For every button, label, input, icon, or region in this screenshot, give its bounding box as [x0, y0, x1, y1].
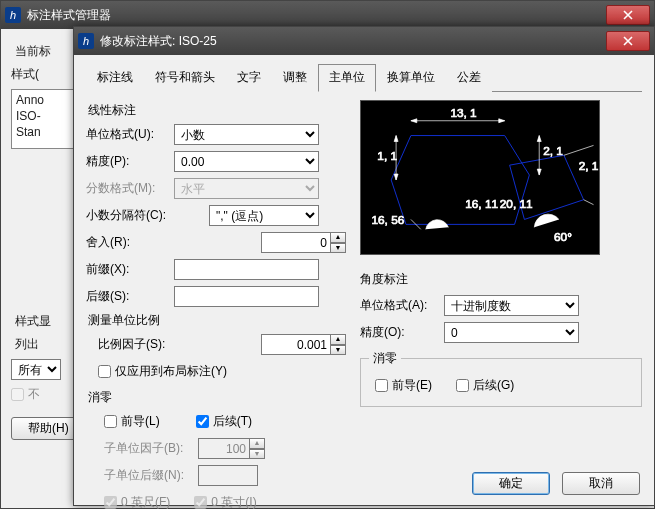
scale-factor-input[interactable] [261, 334, 331, 355]
close-button-back[interactable] [606, 5, 650, 25]
cancel-button[interactable]: 取消 [562, 472, 640, 495]
round-label: 舍入(R): [86, 234, 174, 251]
prefix-label: 前缀(X): [86, 261, 174, 278]
unit-format-label: 单位格式(U): [86, 126, 174, 143]
subunit-factor-label: 子单位因子(B): [86, 440, 198, 457]
svg-marker-4 [499, 119, 505, 123]
svg-text:20, 11: 20, 11 [500, 197, 533, 211]
spin-down-icon[interactable]: ▼ [331, 243, 346, 254]
spin-up-icon[interactable]: ▲ [331, 232, 346, 243]
scale-factor-label: 比例因子(S): [86, 336, 186, 353]
scale-group-label: 测量单位比例 [88, 312, 346, 329]
scale-factor-spin[interactable]: ▲▼ [261, 334, 346, 355]
titlebar-front: h 修改标注样式: ISO-25 [74, 27, 654, 55]
modify-dim-style-window: h 修改标注样式: ISO-25 标注线 符号和箭头 文字 调整 主单位 换算单… [73, 26, 655, 506]
angle-zero-label: 消零 [369, 350, 401, 367]
decimal-sep-label: 小数分隔符(C): [86, 207, 174, 224]
precision-select[interactable]: 0.00 [174, 151, 319, 172]
tab-dimlines[interactable]: 标注线 [86, 64, 144, 92]
fraction-format-label: 分数格式(M): [86, 180, 174, 197]
spin-down-icon: ▼ [250, 449, 265, 460]
svg-line-19 [584, 200, 594, 205]
subunit-suffix-label: 子单位后缀(N): [86, 467, 198, 484]
close-button-front[interactable] [606, 31, 650, 51]
unit-format-select[interactable]: 小数 [174, 124, 319, 145]
fraction-format-select: 水平 [174, 178, 319, 199]
app-icon: h [5, 7, 21, 23]
listout-select[interactable]: 所有 [11, 359, 61, 380]
svg-text:60°: 60° [554, 230, 572, 244]
angle-format-select[interactable]: 十进制度数 [444, 295, 579, 316]
svg-line-18 [564, 145, 594, 155]
svg-marker-11 [537, 136, 541, 142]
layout-only-checkbox[interactable]: 仅应用到布局标注(Y) [98, 363, 227, 380]
tab-bar: 标注线 符号和箭头 文字 调整 主单位 换算单位 公差 [86, 63, 642, 92]
decimal-sep-select[interactable]: "," (逗点) [209, 205, 319, 226]
linear-group-label: 线性标注 [88, 102, 346, 119]
zero-inches-checkbox: 0 英寸(I) [194, 494, 256, 509]
suffix-label: 后缀(S): [86, 288, 174, 305]
trailing-checkbox[interactable]: 后续(T) [196, 413, 252, 430]
svg-marker-0 [391, 136, 529, 225]
svg-marker-3 [411, 119, 417, 123]
svg-marker-7 [394, 136, 398, 142]
subunit-factor-spin: ▲▼ [198, 438, 265, 459]
tab-symbols-arrows[interactable]: 符号和箭头 [144, 64, 226, 92]
linear-dim-group: 线性标注 单位格式(U): 小数 精度(P): 0.00 分数格式(M): 水平 [86, 100, 346, 509]
ok-button[interactable]: 确定 [472, 472, 550, 495]
subunit-factor-input [198, 438, 250, 459]
leading-checkbox[interactable]: 前导(L) [104, 413, 160, 430]
subunit-suffix-input [198, 465, 258, 486]
precision-label: 精度(P): [86, 153, 174, 170]
svg-text:2, 1: 2, 1 [543, 144, 563, 158]
tab-tolerance[interactable]: 公差 [446, 64, 492, 92]
angle-dim-group: 角度标注 单位格式(A): 十进制度数 精度(O): 0 消零 前导(E) 后续… [360, 271, 642, 413]
angle-format-label: 单位格式(A): [360, 297, 444, 314]
svg-marker-8 [394, 174, 398, 180]
round-spin[interactable]: ▲▼ [261, 232, 346, 253]
zero-group-label: 消零 [88, 389, 346, 406]
zero-suppress-group: 消零 前导(L) 后续(T) 子单位因子(B): ▲▼ [86, 389, 346, 509]
spin-up-icon: ▲ [250, 438, 265, 449]
titlebar-back: h 标注样式管理器 [1, 1, 654, 29]
svg-text:13, 1: 13, 1 [450, 106, 476, 120]
tab-fit[interactable]: 调整 [272, 64, 318, 92]
noshow-checkbox[interactable]: 不 [11, 386, 40, 403]
window-title-back: 标注样式管理器 [27, 7, 606, 24]
svg-text:16, 11: 16, 11 [465, 197, 498, 211]
svg-text:2, 1: 2, 1 [579, 159, 599, 173]
spin-down-icon[interactable]: ▼ [331, 345, 346, 356]
spin-up-icon[interactable]: ▲ [331, 334, 346, 345]
prefix-input[interactable] [174, 259, 319, 280]
angle-zero-group: 消零 前导(E) 后续(G) [360, 350, 642, 407]
round-input[interactable] [261, 232, 331, 253]
preview-panel: 13, 1 1, 1 2, 1 16, 56 16, 11 20, 11 2, … [360, 100, 600, 255]
angle-trailing-checkbox[interactable]: 后续(G) [456, 377, 514, 394]
suffix-input[interactable] [174, 286, 319, 307]
app-icon: h [78, 33, 94, 49]
window-title-front: 修改标注样式: ISO-25 [100, 33, 606, 50]
styles-label: 样式( [11, 66, 39, 83]
svg-text:1, 1: 1, 1 [377, 149, 397, 163]
angle-leading-checkbox[interactable]: 前导(E) [375, 377, 432, 394]
tab-primary-units[interactable]: 主单位 [318, 64, 376, 92]
svg-marker-12 [537, 169, 541, 175]
angle-precision-select[interactable]: 0 [444, 322, 579, 343]
tab-alt-units[interactable]: 换算单位 [376, 64, 446, 92]
angle-precision-label: 精度(O): [360, 324, 444, 341]
angle-group-label: 角度标注 [360, 271, 642, 288]
tab-text[interactable]: 文字 [226, 64, 272, 92]
zero-feet-checkbox: 0 英尺(F) [104, 494, 170, 509]
svg-text:16, 56: 16, 56 [371, 213, 404, 227]
